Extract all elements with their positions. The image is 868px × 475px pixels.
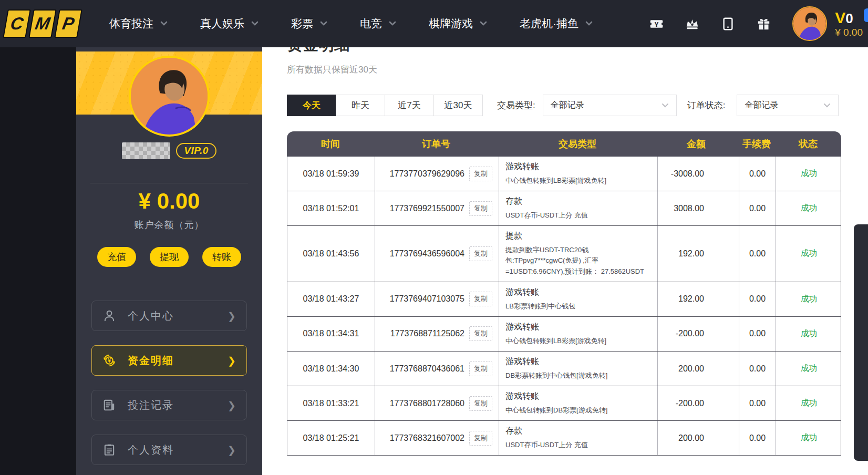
svg-text:¥: ¥	[655, 20, 659, 28]
floating-widget-tab[interactable]	[864, 8, 868, 22]
cell-fee: 0.00	[739, 157, 776, 191]
nav-item-label: 老虎机·捕鱼	[520, 16, 578, 31]
date-tab[interactable]: 近7天	[385, 95, 434, 116]
account-balance-label: 账户余额（元）	[76, 219, 262, 231]
transaction-type: 游戏转账	[505, 356, 539, 367]
order-number: 1773768321607002	[390, 433, 464, 443]
table-row: 03/18 01:25:21 1773768321607002 复制 存款 US…	[287, 421, 841, 456]
cell-amount: 192.00	[657, 226, 739, 281]
copy-button[interactable]: 复制	[469, 396, 492, 411]
sidebar-item-bet-records[interactable]: 投注记录 ❯	[91, 390, 247, 420]
cell-order: 1773768801728060 复制	[375, 386, 499, 420]
cell-amount: 192.00	[657, 282, 739, 316]
logo-tile: C	[3, 9, 31, 38]
divider	[90, 183, 248, 183]
nav-item[interactable]: 电竞	[360, 16, 396, 31]
gift-icon[interactable]	[757, 17, 771, 31]
level-prefix: V	[835, 9, 845, 26]
cell-time: 03/18 01:52:01	[287, 191, 375, 225]
cell-status: 成功	[776, 191, 842, 225]
user-level-block[interactable]: V0 ¥ 0.00	[835, 9, 863, 38]
chevron-right-icon: ❯	[228, 444, 236, 456]
cell-time: 03/18 01:43:56	[287, 226, 375, 281]
nav-item[interactable]: 体育投注	[109, 16, 168, 31]
transaction-type: 游戏转账	[505, 391, 539, 402]
transaction-type: 存款	[505, 426, 522, 437]
copy-button[interactable]: 复制	[469, 246, 492, 261]
cell-type: 存款 USDT存币-USDT上分 充值	[499, 191, 657, 225]
sidebar-item-label: 个人中心	[128, 309, 174, 323]
transaction-detail: USDT存币-USDT上分 充值	[505, 210, 588, 221]
filter-row: 今天 昨天 近7天 近30天 交易类型: 全部记录 订单状态: 全部记录	[287, 95, 868, 116]
crown-icon[interactable]	[685, 17, 699, 31]
cell-fee: 0.00	[739, 226, 776, 281]
order-number: 1773769436596004	[390, 249, 464, 259]
transaction-detail: 中心钱包转账到DB彩票[游戏免转]	[505, 405, 607, 416]
copy-button[interactable]: 复制	[469, 167, 492, 181]
cell-fee: 0.00	[739, 317, 776, 351]
transaction-type-select[interactable]: 全部记录	[543, 95, 677, 116]
transaction-detail: USDT存币-USDT上分 充值	[505, 440, 588, 450]
logo-tile: P	[54, 9, 82, 38]
date-range-tabs: 今天 昨天 近7天 近30天	[287, 95, 483, 116]
cell-amount: -200.00	[657, 386, 739, 420]
copy-button[interactable]: 复制	[469, 292, 492, 306]
sidebar-item-personal-center[interactable]: 个人中心 ❯	[91, 301, 247, 331]
table-row: 03/18 01:33:21 1773768801728060 复制 游戏转账 …	[287, 386, 841, 421]
table-row: 03/18 01:52:01 1773769921550007 复制 存款 US…	[287, 191, 841, 226]
brand-logo[interactable]: C M P	[3, 9, 82, 38]
copy-button[interactable]: 复制	[469, 201, 492, 216]
nav-item-label: 体育投注	[109, 16, 153, 31]
sidebar-item-profile[interactable]: 个人资料 ❯	[91, 435, 247, 465]
cell-amount: -3008.00	[657, 157, 739, 191]
cell-time: 03/18 01:25:21	[287, 421, 375, 455]
table-row: 03/18 01:59:39 1773770379629096 复制 游戏转账 …	[287, 157, 841, 191]
transaction-type-value: 全部记录	[551, 100, 584, 111]
nav-item-label: 彩票	[291, 16, 313, 31]
cell-status: 成功	[776, 226, 842, 281]
avatar[interactable]	[792, 6, 827, 41]
cell-status: 成功	[776, 386, 842, 420]
cell-amount: -200.00	[657, 317, 739, 351]
nav-item[interactable]: 老虎机·捕鱼	[520, 16, 593, 31]
order-status-select[interactable]: 全部记录	[737, 95, 839, 116]
col-header-order: 订单号	[374, 138, 498, 150]
date-tab[interactable]: 今天	[287, 95, 336, 116]
nav-item-label: 棋牌游戏	[429, 16, 473, 31]
device-icon[interactable]	[721, 17, 735, 31]
order-number: 1773768870436061	[390, 364, 464, 374]
sidebar-item-label: 资金明细	[128, 354, 174, 368]
transaction-type: 游戏转账	[505, 322, 539, 333]
cell-order: 1773768321607002 复制	[375, 421, 499, 455]
nav-item-label: 真人娱乐	[200, 16, 244, 31]
date-tab[interactable]: 昨天	[336, 95, 385, 116]
wallet-action-button[interactable]: 充值	[97, 247, 136, 267]
date-tab[interactable]: 近30天	[433, 95, 483, 116]
account-balance: ¥ 0.00	[76, 189, 262, 214]
copy-button[interactable]: 复制	[469, 362, 492, 376]
cell-status: 成功	[776, 352, 842, 386]
page-subtitle: 所有数据只保留近30天	[287, 64, 868, 76]
order-status-value: 全部记录	[745, 100, 778, 111]
cell-order: 1773769921550007 复制	[375, 191, 499, 225]
nav-item[interactable]: 彩票	[291, 16, 327, 31]
cell-time: 03/18 01:59:39	[287, 157, 375, 191]
topbar-balance: ¥ 0.00	[835, 27, 863, 38]
copy-button[interactable]: 复制	[469, 431, 492, 446]
wallet-action-button[interactable]: 转账	[202, 247, 241, 267]
order-number: 1773769407103075	[390, 294, 464, 304]
transaction-type: 提款	[505, 231, 522, 242]
profile-avatar	[129, 56, 210, 137]
nav-item[interactable]: 棋牌游戏	[429, 16, 487, 31]
transaction-type-label: 交易类型:	[497, 99, 535, 111]
nav-item[interactable]: 真人娱乐	[200, 16, 259, 31]
transaction-type: 游戏转账	[505, 287, 539, 298]
wallet-action-button[interactable]: 提现	[150, 247, 189, 267]
floating-side-panel[interactable]	[854, 224, 868, 461]
voucher-icon[interactable]: ¥	[649, 17, 664, 31]
copy-button[interactable]: 复制	[469, 326, 492, 341]
sidebar-item-funds-detail[interactable]: ¥ 资金明细 ❯	[91, 345, 247, 376]
col-header-time: 时间	[287, 138, 374, 150]
transaction-detail: 提款到数字USDT-TRC20钱包:TPpvg7***cgwC(免提) ,汇率=…	[505, 245, 651, 276]
main-nav: 体育投注 真人娱乐 彩票 电竞	[109, 16, 625, 31]
